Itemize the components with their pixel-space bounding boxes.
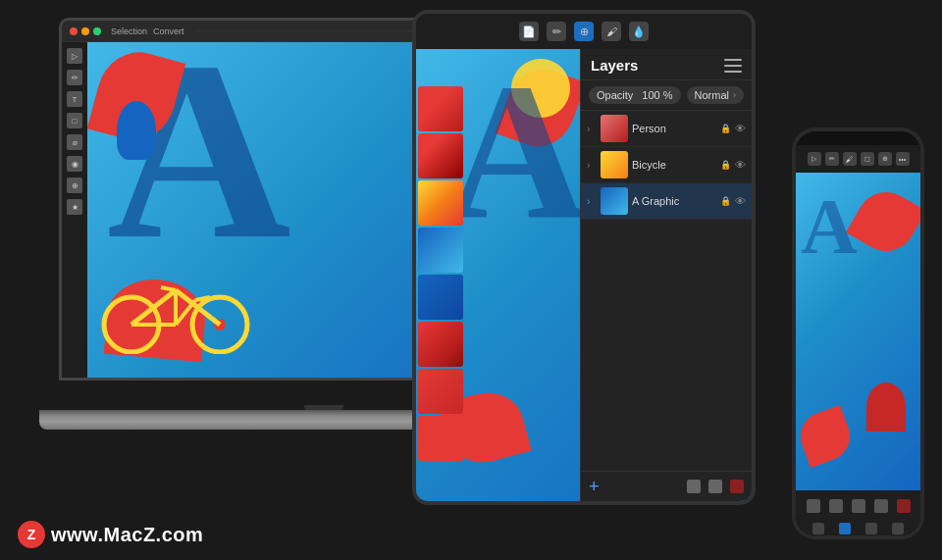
iphone-screen: ▷ ✏ 🖌 ◻ ⊕ ••• A (796, 131, 920, 535)
layer-expand-icon: › (587, 124, 597, 134)
iphone-icon-1[interactable] (812, 523, 824, 535)
ipad-doc-icon[interactable]: 📄 (519, 22, 539, 41)
layers-menu-icon[interactable] (724, 59, 742, 73)
ipad-brush-icon[interactable]: 🖌 (602, 22, 621, 41)
iphone-add-icon[interactable] (807, 499, 820, 513)
pen-tool-icon[interactable]: ✏ (67, 70, 82, 85)
toolbar-selection-label: Selection (111, 26, 147, 36)
iphone-notch (834, 131, 883, 145)
layers-add-button[interactable]: + (589, 478, 600, 495)
svg-line-4 (131, 290, 176, 325)
layer-lock-icon-person: 🔒 (720, 124, 731, 133)
iphone-brush-icon[interactable]: 🖌 (843, 152, 857, 166)
ipad-dropper-icon[interactable]: 💧 (629, 22, 649, 41)
layer-visibility-icon-person[interactable]: 👁 (735, 123, 746, 134)
iphone-cursor-icon[interactable]: ▷ (808, 152, 821, 166)
iphone-red-shape (866, 382, 906, 432)
iphone-top-toolbar: ▷ ✏ 🖌 ◻ ⊕ ••• (796, 145, 920, 173)
ipad-pen-icon[interactable]: ✏ (547, 22, 566, 41)
iphone-bottom-bar (796, 490, 920, 522)
thumb-strip-2 (418, 133, 463, 178)
iphone-eraser-icon[interactable]: ◻ (861, 152, 874, 166)
layer-thumb-graphic (601, 187, 628, 215)
toolbar-convert-label: Convert (153, 26, 184, 36)
ipad-thumb-strips (416, 84, 465, 501)
layer-visibility-icon-graphic[interactable]: 👁 (735, 195, 746, 207)
layer-item-bicycle[interactable]: › Bicycle 🔒 👁 (581, 147, 752, 183)
layers-bottom-bar: + (581, 471, 752, 501)
opacity-badge[interactable]: Opacity 100 % (589, 86, 681, 104)
layers-bottom-icons (687, 480, 744, 493)
watermark-logo: Z (18, 521, 45, 548)
iphone-layers-icon[interactable]: ⊕ (878, 152, 892, 166)
layers-title: Layers (591, 57, 638, 74)
thumb-strip-5 (418, 275, 463, 320)
layer-thumb-person (601, 115, 628, 142)
layer-name-graphic: A Graphic (632, 195, 716, 207)
ipad-screen: A Layers Opacity (416, 49, 752, 501)
macbook-left-toolbar: ▷ ✏ T □ ⌀ ◉ ⊕ ★ (62, 42, 87, 378)
iphone-icon-3[interactable] (865, 523, 877, 535)
layer-lock-icon-bicycle: 🔒 (720, 160, 731, 170)
shape-tool-icon[interactable]: □ (67, 113, 82, 128)
blend-mode-badge[interactable]: Normal › (687, 86, 744, 104)
iphone-icon-4[interactable] (892, 523, 904, 535)
ipad-letter-a: A (445, 54, 587, 250)
watermark-url: www.MacZ.com (51, 524, 203, 546)
iphone-canvas: A (796, 173, 920, 490)
opacity-label: Opacity (597, 89, 633, 101)
layer-expand-icon: › (587, 160, 597, 171)
iphone-grid-icon[interactable] (852, 499, 865, 513)
layers-opacity-row: Opacity 100 % Normal › (581, 80, 752, 111)
ipad-layers-icon[interactable]: ⊕ (574, 22, 594, 41)
iphone-bottom-icons-row (796, 522, 920, 535)
iphone-letter-a: A (801, 182, 858, 272)
layer-lock-icon-graphic: 🔒 (720, 196, 731, 206)
star-tool-icon[interactable]: ★ (67, 199, 82, 215)
layer-thumb-bicycle (601, 151, 628, 178)
bicycle-art (97, 256, 254, 358)
layer-visibility-icon-bicycle[interactable]: 👁 (735, 159, 746, 171)
thumb-strip-4 (418, 228, 463, 273)
iphone-more-icon[interactable]: ••• (896, 152, 910, 166)
iphone-square-icon[interactable] (874, 499, 888, 513)
blend-chevron-icon: › (733, 90, 736, 100)
iphone-move-icon[interactable] (829, 499, 843, 513)
iphone-red-leaf-2 (796, 405, 857, 468)
layer-item-person[interactable]: › Person 🔒 👁 (581, 111, 752, 147)
layer-name-bicycle: Bicycle (632, 159, 716, 171)
ipad-top-toolbar: 📄 ✏ ⊕ 🖌 💧 (416, 14, 752, 49)
layers-panel: Layers Opacity 100 % Normal › › (580, 49, 752, 501)
arrow-tool-icon[interactable]: ▷ (67, 48, 82, 64)
layer-move-icon[interactable] (687, 480, 701, 493)
layers-panel-header: Layers (581, 49, 752, 80)
opacity-value: 100 % (642, 89, 672, 101)
layer-duplicate-icon[interactable] (708, 480, 722, 493)
ipad: 📄 ✏ ⊕ 🖌 💧 A Layers (412, 10, 756, 505)
layer-expand-icon: › (587, 196, 597, 207)
iphone-pen-icon[interactable]: ✏ (825, 152, 839, 166)
fill-tool-icon[interactable]: ◉ (67, 156, 82, 172)
iphone-undo-icon[interactable] (897, 499, 911, 513)
iphone: ▷ ✏ 🖌 ◻ ⊕ ••• A (792, 127, 924, 539)
watermark: Z www.MacZ.com (18, 521, 203, 548)
thumb-strip-8 (418, 416, 463, 461)
text-tool-icon[interactable]: T (67, 91, 82, 107)
brush-tool-icon[interactable]: ⌀ (67, 134, 82, 150)
layer-item-graphic[interactable]: › A Graphic 🔒 👁 (581, 183, 752, 220)
toolbar-dots (70, 27, 101, 35)
thumb-strip-7 (418, 369, 463, 414)
zoom-tool-icon[interactable]: ⊕ (67, 178, 82, 193)
iphone-icon-2[interactable] (839, 523, 851, 535)
blend-mode-label: Normal (695, 89, 729, 101)
thumb-strip-3 (418, 180, 463, 226)
svg-line-10 (161, 287, 176, 290)
layer-name-person: Person (632, 123, 716, 134)
thumb-strip-1 (418, 86, 463, 131)
layer-delete-icon[interactable] (730, 480, 744, 493)
blue-bird-art (117, 101, 156, 160)
thumb-strip-6 (418, 322, 463, 367)
